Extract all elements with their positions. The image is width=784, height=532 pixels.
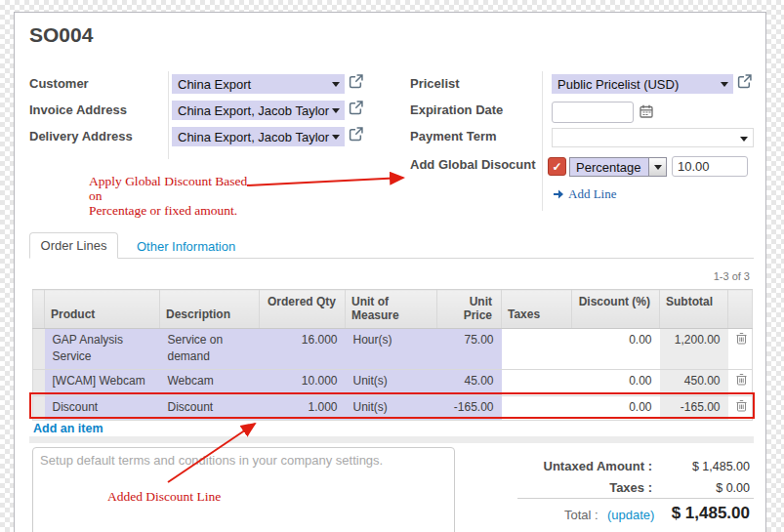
col-discount[interactable]: Discount (%) — [572, 290, 660, 329]
cell-uom[interactable]: Unit(s) — [346, 395, 437, 420]
cell-product[interactable]: Discount — [45, 395, 160, 420]
cell-price[interactable]: 45.00 — [437, 369, 502, 395]
order-lines-table: Product Description Ordered Qty Unit of … — [32, 289, 753, 421]
label-field-divider — [542, 71, 543, 211]
cell-uom[interactable]: Unit(s) — [346, 369, 437, 395]
cell-discount[interactable]: 0.00 — [572, 369, 660, 395]
cell-qty[interactable]: 10.000 — [260, 369, 346, 395]
invoice-address-select[interactable]: China Export, Jacob Taylor — [172, 101, 345, 120]
cell-qty[interactable]: 16.000 — [260, 329, 346, 370]
pricelist-label: Pricelist — [410, 76, 460, 91]
customer-label: Customer — [29, 76, 89, 91]
terms-textarea[interactable] — [32, 447, 455, 532]
expiration-date-label: Expiration Date — [410, 102, 503, 117]
tab-other-information[interactable]: Other Information — [137, 239, 235, 254]
tab-label: Order Lines — [41, 238, 107, 253]
add-an-item-link[interactable]: Add an item — [33, 422, 103, 435]
global-discount-value-input[interactable] — [672, 156, 748, 177]
delete-row-button[interactable] — [728, 369, 753, 395]
customer-value: China Export — [178, 77, 251, 92]
tab-label: Other Information — [137, 239, 235, 254]
pricelist-external-link-icon[interactable] — [737, 74, 752, 93]
row-handle[interactable] — [33, 329, 45, 370]
tab-divider — [29, 258, 754, 259]
delivery-address-external-link-icon[interactable] — [349, 127, 363, 145]
global-discount-checkbox[interactable]: ✓ — [548, 157, 566, 176]
discount-type-value: Percentage — [570, 158, 648, 176]
total-label: Total : — [564, 508, 598, 522]
totals-divider — [517, 498, 754, 499]
col-subtotal[interactable]: Subtotal — [660, 290, 728, 329]
global-discount-label: Add Global Disocunt — [410, 157, 536, 172]
col-ordered-qty[interactable]: Ordered Qty — [260, 290, 346, 329]
chevron-down-icon — [332, 82, 340, 87]
order-line-row[interactable]: [WCAM] Webcam Webcam 10.000 Unit(s) 45.0… — [33, 369, 753, 395]
cell-subtotal: 1,200.00 — [660, 329, 728, 370]
cell-price[interactable]: 75.00 — [437, 329, 502, 370]
total-value: $ 1,485.00 — [613, 504, 750, 523]
cell-discount[interactable]: 0.00 — [572, 329, 660, 370]
delete-row-button[interactable] — [728, 329, 753, 370]
cell-description[interactable]: Service on demand — [160, 329, 260, 370]
col-delete — [728, 290, 753, 329]
cell-subtotal: 450.00 — [660, 369, 728, 395]
table-header-row: Product Description Ordered Qty Unit of … — [33, 290, 753, 329]
col-unit-price[interactable]: Unit Price — [437, 290, 502, 329]
order-line-row-discount[interactable]: Discount Discount 1.000 Unit(s) -165.00 … — [33, 395, 753, 420]
cell-taxes[interactable] — [502, 369, 572, 395]
trash-icon — [736, 373, 747, 386]
annotation-line: Apply Global Discount Based on — [89, 175, 260, 204]
chevron-down-icon — [740, 137, 748, 142]
discount-type-select[interactable]: Percentage — [569, 157, 667, 177]
pager: 1-3 of 3 — [714, 270, 750, 282]
order-line-row[interactable]: GAP Analysis Service Service on demand 1… — [33, 329, 753, 370]
cell-uom[interactable]: Hour(s) — [346, 329, 437, 370]
payment-term-select[interactable] — [552, 128, 754, 147]
expiration-date-input[interactable] — [552, 102, 634, 123]
chevron-down-icon — [332, 135, 340, 140]
cell-subtotal: -165.00 — [660, 395, 728, 420]
trash-icon — [736, 399, 747, 412]
cell-product[interactable]: GAP Analysis Service — [45, 329, 160, 370]
chevron-down-icon — [648, 158, 666, 176]
cell-qty[interactable]: 1.000 — [260, 395, 346, 420]
customer-external-link-icon[interactable] — [349, 74, 363, 93]
payment-term-label: Payment Term — [410, 129, 497, 143]
sales-order-form: SO004 Customer Invoice Address Delivery … — [14, 12, 766, 532]
calendar-icon[interactable] — [640, 104, 653, 122]
untaxed-amount-value: $ 1,485.00 — [652, 460, 750, 473]
invoice-address-value: China Export, Jacob Taylor — [178, 103, 329, 118]
col-product[interactable]: Product — [45, 290, 160, 329]
annotation-global-discount: Apply Global Discount Based on Percentag… — [89, 175, 260, 219]
taxes-label: Taxes : — [476, 480, 652, 495]
cell-taxes[interactable] — [502, 329, 572, 370]
chevron-down-icon — [721, 82, 728, 87]
cell-description[interactable]: Webcam — [160, 369, 260, 395]
invoice-address-label: Invoice Address — [29, 102, 127, 117]
cell-description[interactable]: Discount — [160, 395, 260, 420]
screen-background: SO004 Customer Invoice Address Delivery … — [0, 0, 784, 532]
customer-select[interactable]: China Export — [172, 74, 345, 94]
row-handle[interactable] — [33, 369, 45, 395]
cell-product[interactable]: [WCAM] Webcam — [45, 369, 160, 395]
annotation-line: Percentage or fixed amount. — [89, 204, 260, 219]
add-line-link[interactable]: Add Line — [554, 186, 616, 202]
cell-taxes[interactable] — [502, 395, 572, 420]
col-taxes[interactable]: Taxes — [502, 290, 572, 329]
delivery-address-select[interactable]: China Export, Jacob Taylor — [172, 127, 345, 146]
pricelist-select[interactable]: Public Pricelist (USD) — [552, 74, 733, 94]
cell-discount[interactable]: 0.00 — [572, 395, 660, 420]
trash-icon — [736, 332, 747, 345]
annotation-discount-line: Added Discount Line — [107, 490, 221, 505]
col-unit-of-measure[interactable]: Unit of Measure — [346, 290, 437, 329]
cell-price[interactable]: -165.00 — [437, 395, 502, 420]
delivery-address-value: China Export, Jacob Taylor — [178, 130, 329, 144]
invoice-address-external-link-icon[interactable] — [349, 101, 363, 119]
tab-order-lines[interactable]: Order Lines — [29, 232, 118, 259]
label-field-divider — [168, 71, 169, 159]
page-title: SO004 — [29, 23, 93, 47]
delete-row-button[interactable] — [728, 395, 753, 420]
add-line-label: Add Line — [568, 186, 616, 202]
row-handle[interactable] — [33, 395, 45, 420]
col-description[interactable]: Description — [160, 290, 260, 329]
